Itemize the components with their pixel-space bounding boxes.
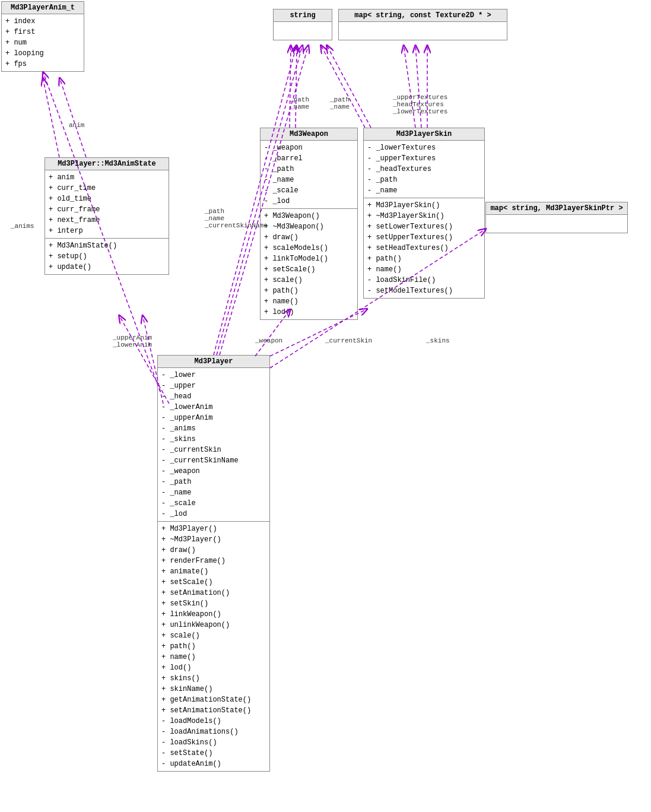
svg-line-17 — [415, 45, 421, 128]
string-box: string — [273, 9, 332, 40]
md3playeranim-title: Md3PlayerAnim_t — [2, 2, 84, 14]
label-textures: _upperTextures_headTextures_lowerTexture… — [393, 94, 447, 115]
svg-line-2 — [43, 77, 59, 157]
md3weapon-methods: + Md3Weapon()+ ~Md3Weapon()+ draw()+ sca… — [261, 209, 357, 319]
md3player-title: Md3Player — [158, 356, 269, 368]
label-anim: anim — [69, 122, 84, 129]
md3playerskin-title: Md3PlayerSkin — [364, 128, 484, 141]
md3animstate-methods: + Md3AnimState()+ setup()+ update() — [45, 239, 169, 274]
md3weapon-fields: - _weapon- _barrel- _path- _name- _scale… — [261, 141, 357, 209]
map-playerskin-box: map< string, Md3PlayerSkinPtr > — [485, 202, 628, 233]
label-weapon: _weapon — [255, 337, 282, 344]
map-playerskin-title: map< string, Md3PlayerSkinPtr > — [486, 202, 627, 215]
svg-line-16 — [404, 45, 415, 128]
string-body — [274, 22, 332, 40]
md3weapon-title: Md3Weapon — [261, 128, 357, 141]
md3animstate-fields: + anim+ curr_time+ old_time+ curr_frame+… — [45, 170, 169, 239]
label-upperlowereanim: _upperAnim_lowerAnim — [113, 334, 152, 348]
label-skins: _skins — [426, 337, 450, 344]
md3animstate-title: Md3Player::Md3AnimState — [45, 158, 169, 170]
md3playeranim-box: Md3PlayerAnim_t + index+ first+ num+ loo… — [1, 1, 84, 72]
arrows-svg — [0, 0, 651, 812]
map-texture-body — [339, 22, 507, 40]
md3player-fields: - _lower- _upper- _head- _lowerAnim- _up… — [158, 368, 269, 522]
svg-line-15 — [326, 45, 371, 128]
md3playerskin-fields: - _lowerTextures- _upperTextures- _headT… — [364, 141, 484, 198]
md3playerskin-box: Md3PlayerSkin - _lowerTextures- _upperTe… — [363, 128, 485, 299]
label-pathname1: _path_name — [290, 96, 309, 110]
md3animstate-box: Md3Player::Md3AnimState + anim+ curr_tim… — [45, 157, 169, 275]
label-anims: _anims — [11, 223, 34, 230]
md3player-methods: + Md3Player()+ ~Md3Player()+ draw()+ ren… — [158, 522, 269, 771]
svg-line-13 — [296, 45, 297, 128]
label-path-name-currentskinname: _path_name_currentSkinName — [205, 208, 268, 229]
map-playerskin-body — [486, 215, 627, 233]
md3playeranim-fields: + index+ first+ num+ looping+ fps — [2, 14, 84, 71]
string-title: string — [274, 9, 332, 22]
svg-line-14 — [320, 45, 365, 128]
label-currentskin: _currentSkin — [325, 337, 372, 344]
md3weapon-box: Md3Weapon - _weapon- _barrel- _path- _na… — [260, 128, 358, 320]
map-texture-box: map< string, const Texture2D * > — [338, 9, 507, 40]
md3player-box: Md3Player - _lower- _upper- _head- _lowe… — [157, 355, 270, 772]
md3playerskin-methods: + Md3PlayerSkin()+ ~Md3PlayerSkin()+ set… — [364, 198, 484, 298]
label-pathname2: _path_name — [330, 96, 350, 110]
svg-line-12 — [290, 45, 291, 128]
svg-line-3 — [59, 77, 86, 157]
map-texture-title: map< string, const Texture2D * > — [339, 9, 507, 22]
